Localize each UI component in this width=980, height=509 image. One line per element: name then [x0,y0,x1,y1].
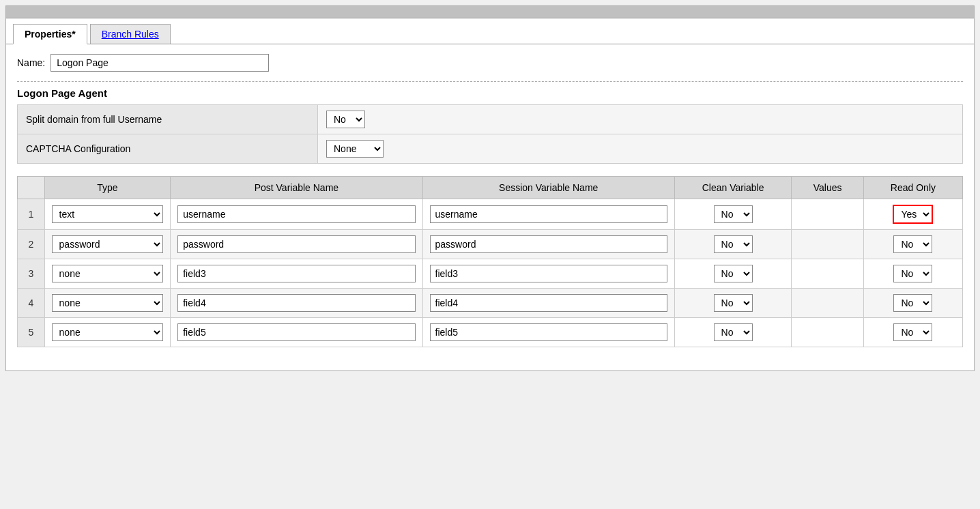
clean-select-4[interactable]: NoYes [714,294,753,312]
cell-type-3: textpasswordnone [44,259,171,289]
th-type: Type [44,177,171,199]
type-select-1[interactable]: textpasswordnone [52,205,164,223]
cell-type-4: textpasswordnone [44,289,171,318]
readonly-select-3[interactable]: YesNo [893,265,932,282]
post-var-input-1[interactable] [177,205,415,223]
name-row: Name: [17,54,963,72]
properties-content: Name: Logon Page Agent Split domain from… [6,44,974,357]
cell-post-2 [171,230,422,259]
split-domain-select[interactable]: No Yes [326,111,365,128]
type-select-4[interactable]: textpasswordnone [52,294,164,312]
readonly-select-2[interactable]: YesNo [893,235,932,253]
th-clean: Clean Variable [674,177,791,199]
main-container: Properties* Branch Rules Name: Logon Pag… [5,5,975,371]
config-row-captcha: CAPTCHA Configuration None Option1 [18,134,963,164]
name-input[interactable] [51,54,269,72]
cell-type-2: textpasswordnone [44,230,171,259]
captcha-select[interactable]: None Option1 [326,140,384,158]
row-number-3: 3 [18,259,45,289]
session-var-input-4[interactable] [430,294,667,312]
readonly-select-5[interactable]: YesNo [893,323,932,341]
cell-clean-1: NoYes [674,199,791,230]
th-values: Values [792,177,864,199]
table-row: 5textpasswordnoneNoYesYesNo [18,318,963,347]
session-var-input-2[interactable] [430,235,667,253]
cell-values-1 [792,199,864,230]
cell-session-5 [422,318,674,347]
cell-clean-4: NoYes [674,289,791,318]
cell-values-4 [792,289,864,318]
post-var-input-5[interactable] [177,323,415,341]
cell-clean-5: NoYes [674,318,791,347]
row-number-1: 1 [18,199,45,230]
cell-readonly-1: YesNo [863,199,962,230]
row-number-2: 2 [18,230,45,259]
post-var-input-2[interactable] [177,235,415,253]
post-var-input-3[interactable] [177,265,415,282]
type-select-2[interactable]: textpasswordnone [52,235,164,253]
top-bar [6,6,974,18]
session-var-input-1[interactable] [430,205,667,223]
cell-values-5 [792,318,864,347]
clean-select-5[interactable]: NoYes [714,323,753,341]
cell-clean-2: NoYes [674,230,791,259]
config-value-captcha: None Option1 [318,134,963,164]
th-session: Session Variable Name [422,177,674,199]
clean-select-3[interactable]: NoYes [714,265,753,282]
row-number-5: 5 [18,318,45,347]
clean-select-1[interactable]: NoYes [714,205,753,223]
cell-session-3 [422,259,674,289]
table-row: 4textpasswordnoneNoYesYesNo [18,289,963,318]
row-number-4: 4 [18,289,45,318]
post-var-input-4[interactable] [177,294,415,312]
cell-post-4 [171,289,422,318]
data-table: Type Post Variable Name Session Variable… [17,176,963,347]
session-var-input-3[interactable] [430,265,667,282]
config-label-captcha: CAPTCHA Configuration [18,134,318,164]
cell-post-1 [171,199,422,230]
session-var-input-5[interactable] [430,323,667,341]
table-row: 2textpasswordnoneNoYesYesNo [18,230,963,259]
clean-select-2[interactable]: NoYes [714,235,753,253]
type-select-3[interactable]: textpasswordnone [52,265,164,282]
section-title: Logon Page Agent [17,81,963,99]
cell-clean-3: NoYes [674,259,791,289]
cell-values-2 [792,230,864,259]
tab-branch-rules[interactable]: Branch Rules [90,24,171,44]
cell-values-3 [792,259,864,289]
config-label-split: Split domain from full Username [18,105,318,134]
cell-session-4 [422,289,674,318]
cell-post-5 [171,318,422,347]
tab-bar: Properties* Branch Rules [6,18,974,44]
tab-properties[interactable]: Properties* [13,24,87,44]
cell-type-5: textpasswordnone [44,318,171,347]
th-readonly: Read Only [863,177,962,199]
type-select-5[interactable]: textpasswordnone [52,323,164,341]
cell-readonly-3: YesNo [863,259,962,289]
table-row: 3textpasswordnoneNoYesYesNo [18,259,963,289]
cell-post-3 [171,259,422,289]
cell-readonly-4: YesNo [863,289,962,318]
cell-readonly-2: YesNo [863,230,962,259]
th-num [18,177,45,199]
config-row-split-domain: Split domain from full Username No Yes [18,105,963,134]
name-label: Name: [17,57,45,68]
cell-session-1 [422,199,674,230]
table-header-row: Type Post Variable Name Session Variable… [18,177,963,199]
th-post: Post Variable Name [171,177,422,199]
cell-readonly-5: YesNo [863,318,962,347]
table-row: 1textpasswordnoneNoYesYesNo [18,199,963,230]
config-value-split: No Yes [318,105,963,134]
cell-type-1: textpasswordnone [44,199,171,230]
readonly-select-1[interactable]: YesNo [893,205,933,224]
cell-session-2 [422,230,674,259]
readonly-select-4[interactable]: YesNo [893,294,932,312]
config-table: Split domain from full Username No Yes C… [17,104,963,164]
